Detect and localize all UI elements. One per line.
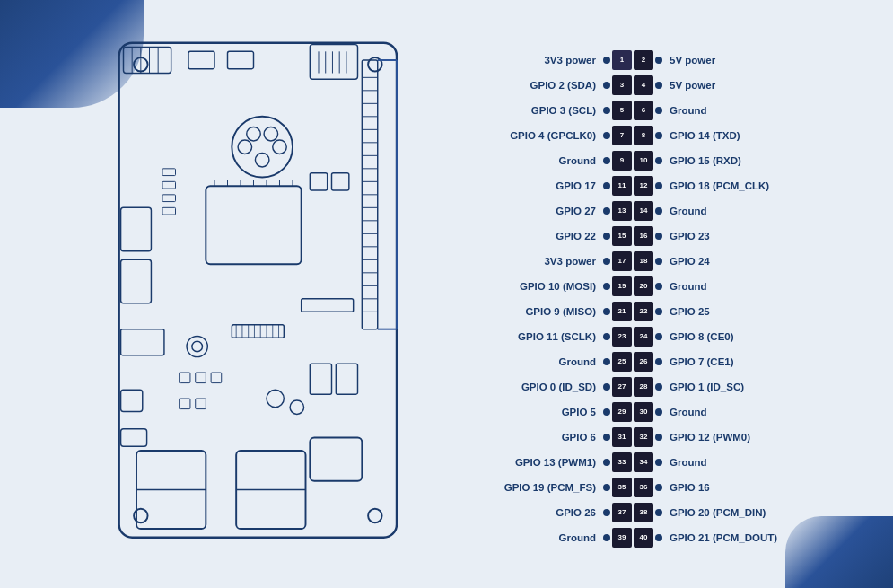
pin-box-39: 39 — [612, 528, 632, 548]
pin-box-6: 6 — [634, 101, 653, 120]
pin-box-29: 29 — [612, 402, 632, 422]
pin-pair-17: 33 34 — [612, 452, 653, 472]
svg-rect-72 — [121, 390, 143, 411]
svg-point-46 — [255, 153, 268, 166]
pin-pair-20: 39 40 — [612, 528, 653, 548]
gpio-row-13: Ground 25 26 GPIO 7 (CE1) — [464, 349, 806, 374]
gpio-dot-left-20 — [603, 534, 610, 541]
pin-box-11: 11 — [612, 176, 632, 196]
board-svg — [87, 34, 446, 555]
gpio-dot-right-12 — [655, 333, 662, 340]
gpio-right-label-11: GPIO 25 — [662, 306, 806, 317]
gpio-dot-left-9 — [603, 258, 610, 265]
svg-rect-56 — [121, 259, 152, 303]
gpio-dot-left-14 — [603, 383, 610, 391]
gpio-row-5: Ground 9 10 GPIO 15 (RXD) — [464, 148, 806, 173]
gpio-diagram: 3V3 power 1 2 5V power GPIO 2 (SDA) 3 4 … — [464, 48, 806, 550]
gpio-left-label-14: GPIO 0 (ID_SD) — [464, 382, 603, 392]
gpio-dot-left-3 — [603, 107, 610, 114]
gpio-row-19: GPIO 26 37 38 GPIO 20 (PCM_DIN) — [464, 500, 806, 525]
gpio-dot-right-6 — [655, 182, 662, 189]
pin-box-17: 17 — [612, 251, 632, 271]
pin-box-9: 9 — [612, 151, 632, 171]
gpio-right-label-5: GPIO 15 (RXD) — [662, 155, 806, 166]
gpio-dot-left-12 — [603, 333, 610, 340]
pin-box-34: 34 — [634, 452, 653, 472]
gpio-left-label-10: GPIO 10 (MOSI) — [464, 281, 603, 292]
svg-rect-89 — [336, 364, 357, 394]
gpio-dot-right-5 — [655, 157, 662, 164]
pin-box-16: 16 — [634, 226, 653, 246]
gpio-row-15: GPIO 5 29 30 Ground — [464, 399, 806, 425]
svg-rect-57 — [121, 329, 164, 355]
gpio-right-label-2: 5V power — [662, 80, 806, 91]
gpio-dot-left-19 — [603, 509, 610, 516]
svg-point-90 — [267, 390, 284, 407]
gpio-row-4: GPIO 4 (GPCLK0) 7 8 GPIO 14 (TXD) — [464, 123, 806, 148]
svg-point-4 — [368, 508, 381, 522]
gpio-dot-left-4 — [603, 132, 610, 139]
gpio-row-18: GPIO 19 (PCM_FS) 35 36 GPIO 16 — [464, 475, 806, 500]
pin-pair-10: 19 20 — [612, 276, 653, 296]
gpio-left-label-16: GPIO 6 — [464, 432, 603, 443]
gpio-row-6: GPIO 17 11 12 GPIO 18 (PCM_CLK) — [464, 173, 806, 198]
gpio-right-label-19: GPIO 20 (PCM_DIN) — [662, 507, 806, 518]
pin-box-22: 22 — [634, 302, 653, 321]
pin-pair-3: 5 6 — [612, 101, 653, 120]
gpio-left-label-1: 3V3 power — [464, 55, 603, 66]
gpio-dot-right-13 — [655, 358, 662, 365]
svg-rect-83 — [179, 373, 190, 383]
svg-rect-76 — [162, 207, 176, 215]
svg-rect-60 — [232, 324, 284, 338]
gpio-row-7: GPIO 27 13 14 Ground — [464, 198, 806, 224]
svg-rect-47 — [206, 186, 301, 264]
pin-box-23: 23 — [612, 327, 632, 347]
gpio-left-label-5: Ground — [464, 155, 603, 166]
svg-rect-69 — [302, 298, 354, 312]
gpio-right-label-14: GPIO 1 (ID_SC) — [662, 382, 806, 392]
pin-box-8: 8 — [634, 126, 653, 145]
pin-box-14: 14 — [634, 201, 653, 221]
gpio-dot-right-20 — [655, 534, 662, 541]
pin-box-25: 25 — [612, 352, 632, 372]
gpio-left-label-4: GPIO 4 (GPCLK0) — [464, 130, 603, 141]
svg-rect-81 — [310, 437, 362, 480]
gpio-left-label-13: Ground — [464, 356, 603, 367]
svg-rect-88 — [310, 364, 331, 394]
gpio-right-label-7: Ground — [662, 206, 806, 216]
gpio-dot-right-19 — [655, 509, 662, 516]
gpio-dot-left-16 — [603, 434, 610, 441]
svg-rect-39 — [188, 51, 214, 68]
pin-box-2: 2 — [634, 50, 653, 70]
gpio-row-9: 3V3 power 17 18 GPIO 24 — [464, 249, 806, 274]
gpio-left-label-3: GPIO 3 (SCL) — [464, 105, 603, 116]
pin-pair-11: 21 22 — [612, 302, 653, 321]
pin-pair-12: 23 24 — [612, 327, 653, 347]
pin-pair-9: 17 18 — [612, 251, 653, 271]
pin-pair-2: 3 4 — [612, 75, 653, 95]
gpio-row-17: GPIO 13 (PWM1) 33 34 Ground — [464, 450, 806, 475]
gpio-row-12: GPIO 11 (SCLK) 23 24 GPIO 8 (CE0) — [464, 324, 806, 349]
gpio-right-label-12: GPIO 8 (CE0) — [662, 331, 806, 342]
pin-pair-5: 9 10 — [612, 151, 653, 171]
gpio-dot-right-3 — [655, 107, 662, 114]
gpio-dot-right-2 — [655, 82, 662, 89]
gpio-right-label-8: GPIO 23 — [662, 231, 806, 241]
svg-rect-75 — [162, 194, 176, 201]
gpio-dot-right-16 — [655, 434, 662, 441]
gpio-dot-left-18 — [603, 484, 610, 491]
pin-pair-13: 25 26 — [612, 352, 653, 372]
gpio-dot-left-13 — [603, 358, 610, 365]
gpio-dot-right-11 — [655, 308, 662, 315]
gpio-dot-left-7 — [603, 207, 610, 215]
gpio-dot-right-1 — [655, 57, 662, 64]
svg-point-59 — [192, 341, 203, 352]
pin-box-31: 31 — [612, 427, 632, 447]
gpio-left-label-11: GPIO 9 (MISO) — [464, 306, 603, 317]
pin-box-26: 26 — [634, 352, 653, 372]
gpio-right-label-6: GPIO 18 (PCM_CLK) — [662, 180, 806, 191]
gpio-dot-left-17 — [603, 459, 610, 466]
gpio-right-label-3: Ground — [662, 105, 806, 116]
pin-box-28: 28 — [634, 377, 653, 397]
gpio-left-label-15: GPIO 5 — [464, 407, 603, 417]
